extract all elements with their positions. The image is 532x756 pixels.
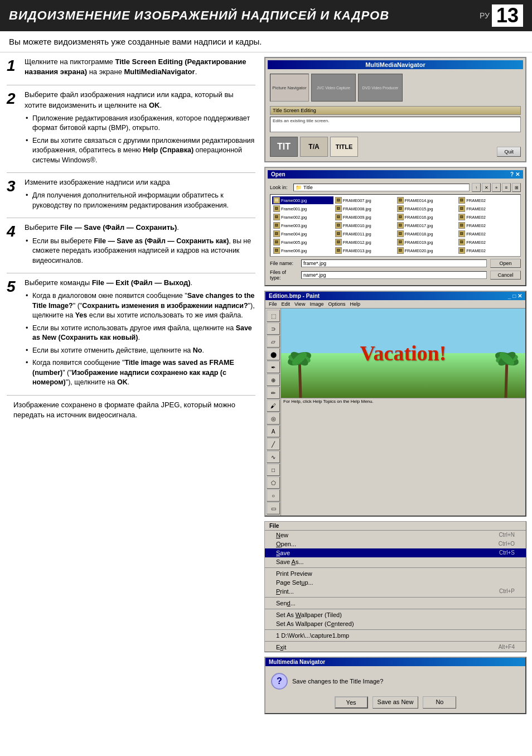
paint-menu-view[interactable]: View: [294, 301, 305, 307]
cancel-button[interactable]: Cancel: [490, 271, 521, 280]
file-icon-9: 🖼: [335, 214, 342, 220]
ellipse-tool[interactable]: ○: [267, 489, 280, 502]
menu-item-wallpaper-centered[interactable]: Set As Wallpaper (Centered): [265, 619, 526, 628]
menu-item-print[interactable]: Print... Ctrl+P: [265, 587, 526, 596]
quit-button[interactable]: Quit: [497, 147, 521, 157]
airbrush-tool[interactable]: ◎: [267, 412, 280, 425]
lookin-field[interactable]: 📁 Title: [293, 184, 470, 191]
text-tool[interactable]: A: [267, 425, 280, 437]
mmn-body: Picture Navigator JVC Video Capture DVD …: [268, 71, 523, 159]
lasso-tool[interactable]: ⊃: [267, 322, 280, 335]
file-item-14[interactable]: 🖼FRAME017.jpg: [396, 221, 457, 229]
yes-button[interactable]: Yes: [335, 696, 368, 709]
fill-tool[interactable]: ⬤: [267, 348, 280, 360]
question-icon: ?: [271, 673, 288, 690]
file-item-10[interactable]: 🖼FRAME016.jpg: [396, 213, 457, 221]
toolbar-btn-list[interactable]: ≡: [502, 183, 511, 192]
file-item-17[interactable]: 🖼FRAME011.jpg: [334, 230, 395, 238]
file-item-8[interactable]: 🖼Frame002.jpg: [272, 213, 333, 221]
menu-item-open[interactable]: Open... Ctrl+O: [265, 540, 526, 548]
brush-tool[interactable]: 🖌: [267, 399, 280, 412]
pencil-tool[interactable]: ✏: [267, 387, 280, 399]
file-item-13[interactable]: 🖼FRAME010.jpg: [334, 221, 395, 229]
file-item-4[interactable]: 🖼Frame001.jpg: [272, 205, 333, 213]
paint-screenshot: Edition.bmp - Paint _ □ ✕ File Edit View…: [264, 291, 526, 517]
svg-line-5: [506, 359, 507, 398]
file-item-27[interactable]: 🖼FRAME02: [457, 247, 519, 254]
curve-tool[interactable]: ∿: [267, 451, 280, 463]
rect-tool[interactable]: □: [267, 464, 280, 476]
file-item-25[interactable]: 🖼FRAME013.jpg: [334, 247, 395, 254]
step-4-text: Выберите File — Save (Файл — Сохранить).: [25, 223, 255, 233]
file-item-2[interactable]: 🖼FRAME014.jpg: [396, 196, 457, 204]
select-tool[interactable]: ⬚: [267, 310, 280, 322]
palm-left-svg: [284, 331, 317, 398]
file-item-24[interactable]: 🖼Frame006.jpg: [272, 247, 333, 254]
title-buttons-row: TIT T/A TITLE: [270, 137, 358, 157]
no-button[interactable]: No: [423, 696, 456, 709]
filetype-field[interactable]: name*.jpg: [301, 271, 487, 279]
paint-menu-options[interactable]: Options: [328, 301, 345, 307]
file-item-15[interactable]: 🖼FRAME02: [457, 221, 519, 229]
save-as-new-button[interactable]: Save as New: [373, 696, 419, 709]
menu-item-recent[interactable]: 1 D:\Work\...\capture1.bmp: [265, 631, 526, 640]
file-icon-23: 🖼: [458, 239, 465, 245]
file-item-11[interactable]: 🖼FRAME02: [457, 213, 519, 221]
step-2-bullet-2: Если вы хотите связаться с другими прило…: [25, 136, 255, 166]
step-4-content: Выберите File — Save (Файл — Сохранить).…: [25, 223, 255, 268]
footer-text: Изображение сохранено в формате файла JP…: [7, 396, 255, 425]
menu-item-save[interactable]: Save Ctrl+S: [265, 548, 526, 557]
menu-item-pagesetup[interactable]: Page Setup...: [265, 578, 526, 587]
file-item-19[interactable]: 🖼FRAME02: [457, 230, 519, 238]
open-button[interactable]: Open: [490, 259, 521, 268]
title-screen-editing-button[interactable]: Title Screen Editing: [270, 106, 521, 115]
file-item-0[interactable]: 🖼Frame000.jpg: [272, 196, 333, 204]
toolbar-btn-2[interactable]: ✕: [482, 183, 491, 192]
paint-menu-file[interactable]: File: [269, 301, 277, 307]
step-3-content: Измените изображение надписи или кадра Д…: [25, 177, 255, 213]
file-item-7[interactable]: 🖼FRAME02: [457, 205, 519, 213]
file-item-23[interactable]: 🖼FRAME02: [457, 238, 519, 246]
file-item-20[interactable]: 🖼Frame005.jpg: [272, 238, 333, 246]
lookin-label: Look in:: [270, 185, 291, 190]
poly-tool[interactable]: ⬠: [267, 476, 280, 489]
file-item-22[interactable]: 🖼FRAME019.jpg: [396, 238, 457, 246]
files-grid: 🖼Frame000.jpg 🖼FRAME007.jpg 🖼FRAME014.jp…: [270, 194, 521, 257]
menu-item-printpreview[interactable]: Print Preview: [265, 569, 526, 578]
file-item-26[interactable]: 🖼FRAME020.jpg: [396, 247, 457, 254]
line-tool[interactable]: ╱: [267, 438, 280, 450]
toolbar-btn-1[interactable]: ↑: [472, 183, 481, 192]
page-title: ВИДОИЗМЕНЕНИЕ ИЗОБРАЖЕНИЙ НАДПИСЕЙ И КАД…: [9, 8, 389, 23]
rrect-tool[interactable]: ▭: [267, 502, 280, 514]
zoom-tool[interactable]: ⊕: [267, 374, 280, 386]
menu-item-exit[interactable]: Exit Alt+F4: [265, 643, 526, 652]
file-icon-13: 🖼: [335, 222, 342, 229]
file-item-5[interactable]: 🖼FRAME008.jpg: [334, 205, 395, 213]
paint-menu-help[interactable]: Help: [350, 301, 360, 307]
file-item-6[interactable]: 🖼FRAME015.jpg: [396, 205, 457, 213]
file-item-9[interactable]: 🖼FRAME009.jpg: [334, 213, 395, 221]
eraser-tool[interactable]: ▱: [267, 335, 280, 348]
file-item-12[interactable]: 🖼Frame003.jpg: [272, 221, 333, 229]
paint-menu-edit[interactable]: Edit: [282, 301, 291, 307]
file-icon-17: 🖼: [335, 230, 342, 237]
disc-producer-icon: DVD Video Producer: [358, 74, 403, 102]
file-item-16[interactable]: 🖼Frame004.jpg: [272, 230, 333, 238]
toolbar-btn-3[interactable]: +: [492, 183, 501, 192]
file-item-1[interactable]: 🖼FRAME007.jpg: [334, 196, 395, 204]
menu-item-new[interactable]: New Ctrl+N: [265, 531, 526, 540]
toolbar-btn-grid[interactable]: ⊞: [512, 183, 521, 192]
vacation-text: Vacation!: [360, 341, 447, 365]
filename-input[interactable]: [301, 259, 487, 267]
menu-item-saveas[interactable]: Save As...: [265, 557, 526, 566]
menu-item-wallpaper-tiled[interactable]: Set As Wallpaper (Tiled): [265, 610, 526, 619]
mmn-dialog-message: Save changes to the Title Image?: [292, 678, 383, 685]
title-preview-2: T/A: [300, 137, 328, 157]
file-item-18[interactable]: 🖼FRAME018.jpg: [396, 230, 457, 238]
eyedrop-tool[interactable]: ✒: [267, 361, 280, 373]
menu-item-send[interactable]: Send...: [265, 599, 526, 608]
file-item-21[interactable]: 🖼FRAME012.jpg: [334, 238, 395, 246]
paint-menu-image[interactable]: Image: [309, 301, 323, 307]
paint-status: For Help, click Help Topics on the Help …: [283, 399, 374, 404]
file-item-3[interactable]: 🖼FRAME02: [457, 196, 519, 204]
